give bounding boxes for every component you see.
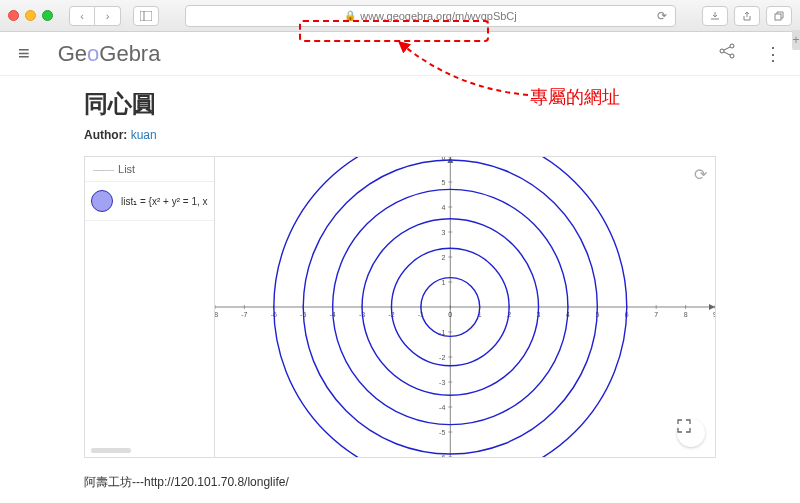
object-formula: list₁ = {x² + y² = 1, x… (121, 196, 208, 207)
share-icon (742, 11, 752, 21)
app-header: ≡ GeoGebra ⋮ (0, 32, 800, 76)
toolbar-right (702, 6, 792, 26)
maximize-window-button[interactable] (42, 10, 53, 21)
algebra-panel: — — List list₁ = {x² + y² = 1, x… (85, 157, 215, 457)
author-label: Author: (84, 128, 127, 142)
page-content: 同心圓 Author: kuan — — List list₁ = {x² + … (0, 76, 800, 491)
page-title: 同心圓 (84, 88, 716, 120)
share-icon (718, 42, 736, 60)
svg-text:1: 1 (441, 279, 445, 286)
annotation-label: 專屬的網址 (530, 85, 620, 109)
graphics-view[interactable]: ⟳ -8-7-6-5-4-3-2-10123456789-6-5-4-3-2-1… (215, 157, 715, 457)
svg-text:7: 7 (654, 311, 658, 318)
svg-text:0: 0 (448, 311, 452, 318)
tab-list[interactable]: List (118, 163, 135, 175)
reload-icon[interactable]: ⟳ (657, 9, 667, 23)
svg-text:-2: -2 (439, 354, 445, 361)
sidebar-icon (140, 11, 152, 21)
lock-icon: 🔒 (344, 10, 356, 21)
svg-text:9: 9 (713, 311, 715, 318)
svg-text:-8: -8 (215, 311, 218, 318)
geogebra-applet: — — List list₁ = {x² + y² = 1, x… ⟳ -8-7… (84, 156, 716, 458)
footer-text: 阿壽工坊---http://120.101.70.8/longlife/ (84, 474, 716, 491)
coordinate-plot: -8-7-6-5-4-3-2-10123456789-6-5-4-3-2-112… (215, 157, 715, 457)
more-menu-icon[interactable]: ⋮ (764, 43, 782, 65)
tabs-button[interactable] (766, 6, 792, 26)
share-page-icon[interactable] (718, 42, 736, 65)
svg-text:-5: -5 (439, 429, 445, 436)
back-button[interactable]: ‹ (69, 6, 95, 26)
fullscreen-button[interactable] (677, 419, 705, 447)
horizontal-scrollbar[interactable] (91, 448, 131, 453)
svg-text:3: 3 (441, 229, 445, 236)
svg-text:4: 4 (441, 204, 445, 211)
svg-text:-7: -7 (241, 311, 247, 318)
logo-part: Ge (58, 41, 87, 66)
url-text: www.geogebra.org/m/wyqpSbCj (360, 10, 517, 22)
reset-view-icon[interactable]: ⟳ (694, 165, 707, 184)
svg-point-3 (730, 44, 734, 48)
tabs-icon (774, 11, 784, 21)
geogebra-logo[interactable]: GeoGebra (58, 41, 161, 67)
fullscreen-icon (677, 419, 705, 447)
sidebar-button[interactable] (133, 6, 159, 26)
tab-handle-icon[interactable]: — — (93, 163, 112, 175)
svg-rect-2 (775, 14, 781, 20)
object-swatch-icon[interactable] (91, 190, 113, 212)
svg-text:2: 2 (441, 254, 445, 261)
window-controls (8, 10, 53, 21)
new-tab-button[interactable]: + (792, 30, 800, 50)
menu-icon[interactable]: ≡ (18, 42, 30, 65)
logo-part: o (87, 41, 99, 66)
minimize-window-button[interactable] (25, 10, 36, 21)
svg-point-4 (720, 49, 724, 53)
svg-text:-4: -4 (439, 404, 445, 411)
nav-buttons: ‹ › (69, 6, 121, 26)
downloads-button[interactable] (702, 6, 728, 26)
svg-text:-3: -3 (439, 379, 445, 386)
share-button[interactable] (734, 6, 760, 26)
logo-part: Gebra (99, 41, 160, 66)
forward-button[interactable]: › (95, 6, 121, 26)
close-window-button[interactable] (8, 10, 19, 21)
author-link[interactable]: kuan (131, 128, 157, 142)
list-item[interactable]: list₁ = {x² + y² = 1, x… (85, 182, 214, 221)
svg-point-5 (730, 54, 734, 58)
author-line: Author: kuan (84, 128, 716, 142)
download-icon (710, 11, 720, 21)
svg-text:8: 8 (684, 311, 688, 318)
panel-tabs: — — List (85, 157, 214, 182)
svg-text:5: 5 (441, 179, 445, 186)
svg-rect-0 (140, 11, 152, 21)
browser-toolbar: ‹ › 🔒 www.geogebra.org/m/wyqpSbCj ⟳ (0, 0, 800, 32)
address-bar[interactable]: 🔒 www.geogebra.org/m/wyqpSbCj ⟳ (185, 5, 676, 27)
